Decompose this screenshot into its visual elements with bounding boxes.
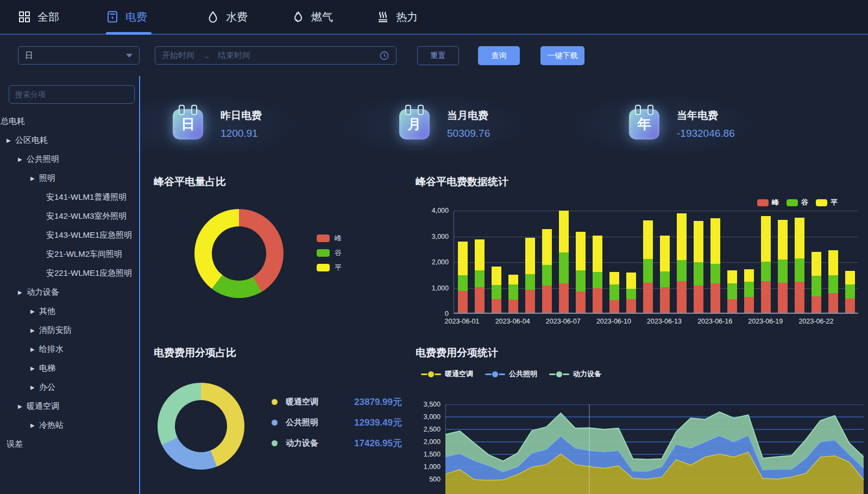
caret-right-icon[interactable]: ▶ (30, 327, 39, 333)
bar-segment-峰[interactable] (812, 296, 821, 313)
bar-segment-平[interactable] (660, 236, 670, 272)
tab-gas[interactable]: 燃气 (292, 0, 333, 34)
bar-segment-谷[interactable] (744, 282, 754, 297)
bar-segment-谷[interactable] (845, 284, 855, 299)
bar-segment-平[interactable] (761, 216, 771, 262)
bar-segment-谷[interactable] (593, 272, 602, 288)
bar-segment-谷[interactable] (710, 264, 720, 284)
bar-segment-平[interactable] (559, 211, 569, 252)
bar-segment-谷[interactable] (694, 262, 703, 285)
caret-right-icon[interactable]: ▶ (30, 422, 39, 428)
bar-segment-谷[interactable] (475, 270, 485, 287)
bar-segment-谷[interactable] (542, 265, 552, 286)
bar-segment-峰[interactable] (593, 288, 602, 313)
bar-segment-谷[interactable] (727, 283, 737, 299)
date-range-input[interactable]: 开始时间 → 结束时间 (155, 46, 397, 65)
tree-item[interactable]: 总电耗 (0, 112, 140, 131)
bar-segment-平[interactable] (458, 242, 468, 275)
bar-segment-峰[interactable] (778, 283, 788, 313)
bar-segment-峰[interactable] (525, 290, 535, 313)
legend-item[interactable]: 暖通空调23879.99元 (272, 395, 402, 408)
bar-segment-平[interactable] (525, 238, 535, 274)
bar-segment-谷[interactable] (795, 258, 804, 282)
bar-segment-平[interactable] (812, 252, 821, 275)
bar-segment-谷[interactable] (492, 285, 501, 300)
bar-segment-平[interactable] (475, 239, 485, 270)
tree-item[interactable]: 误差 (0, 435, 140, 454)
download-button[interactable]: 一键下载 (540, 46, 584, 65)
caret-right-icon[interactable]: ▶ (30, 384, 39, 390)
bar-segment-谷[interactable] (677, 260, 687, 281)
bar-segment-峰[interactable] (845, 299, 855, 313)
caret-right-icon[interactable]: ▶ (30, 308, 39, 314)
legend-item[interactable]: 峰 (757, 198, 779, 207)
bar-segment-谷[interactable] (778, 259, 788, 283)
bar-segment-谷[interactable] (609, 284, 619, 300)
fee-breakdown-area-chart[interactable] (445, 404, 868, 494)
caret-right-icon[interactable]: ▶ (18, 289, 27, 295)
legend-item[interactable]: 平 (816, 198, 838, 207)
legend-item[interactable]: 暖通空调 (421, 369, 473, 379)
bar-segment-峰[interactable] (710, 283, 720, 313)
bar-segment-峰[interactable] (475, 287, 485, 313)
bar-segment-峰[interactable] (643, 283, 653, 313)
legend-item[interactable]: 谷 (787, 198, 808, 207)
caret-right-icon[interactable]: ▶ (30, 175, 39, 181)
caret-right-icon[interactable]: ▶ (7, 137, 15, 143)
caret-right-icon[interactable]: ▶ (30, 346, 39, 352)
tree-item[interactable]: 安143-WLME1应急照明 (0, 226, 140, 245)
bar-segment-平[interactable] (593, 236, 602, 272)
bar-segment-谷[interactable] (761, 262, 771, 281)
tab-all[interactable]: 全部 (18, 0, 59, 34)
bar-segment-谷[interactable] (643, 259, 653, 283)
tab-water[interactable]: 水费 (206, 0, 248, 34)
bar-segment-平[interactable] (626, 273, 636, 289)
bar-segment-峰[interactable] (609, 300, 619, 313)
bar-segment-峰[interactable] (626, 299, 636, 313)
legend-item[interactable]: 平 (317, 263, 342, 273)
bar-segment-峰[interactable] (660, 287, 670, 313)
bar-segment-谷[interactable] (812, 276, 821, 296)
bar-segment-平[interactable] (778, 220, 788, 259)
tab-heat[interactable]: 热力 (376, 0, 418, 34)
bar-segment-平[interactable] (744, 269, 754, 282)
tree-item[interactable]: ▶公共照明 (0, 150, 140, 169)
bar-segment-平[interactable] (508, 275, 518, 285)
fee-breakdown-donut-chart[interactable] (158, 383, 244, 470)
tree-item[interactable]: 安221-WLME1应急照明 (0, 264, 140, 283)
reset-button[interactable]: 重置 (417, 46, 459, 65)
tree-item[interactable]: ▶消防安防 (0, 321, 140, 340)
bar-segment-谷[interactable] (458, 275, 468, 291)
granularity-select[interactable]: 日 (18, 46, 140, 65)
legend-item[interactable]: 公共照明 (485, 369, 537, 379)
bar-segment-峰[interactable] (576, 292, 586, 313)
bar-segment-谷[interactable] (508, 284, 518, 300)
bar-segment-平[interactable] (710, 218, 720, 264)
bar-segment-谷[interactable] (626, 289, 636, 299)
bar-segment-峰[interactable] (542, 286, 552, 313)
bar-segment-平[interactable] (677, 213, 687, 260)
bar-segment-谷[interactable] (559, 252, 569, 283)
bar-segment-谷[interactable] (525, 274, 535, 290)
bar-segment-平[interactable] (727, 270, 737, 284)
peak-valley-bar-chart[interactable] (454, 211, 858, 314)
tree-item[interactable]: 安142-WLM3室外照明 (0, 207, 140, 226)
tree-item[interactable]: ▶动力设备 (0, 283, 140, 302)
bar-segment-峰[interactable] (744, 297, 754, 313)
bar-segment-平[interactable] (795, 218, 804, 258)
tree-item[interactable]: ▶公区电耗 (0, 131, 140, 150)
bar-segment-峰[interactable] (694, 286, 703, 313)
bar-segment-峰[interactable] (761, 281, 771, 313)
bar-segment-峰[interactable] (795, 282, 804, 313)
bar-segment-谷[interactable] (660, 271, 670, 287)
query-button[interactable]: 查询 (478, 46, 520, 65)
bar-segment-平[interactable] (845, 271, 855, 284)
bar-segment-平[interactable] (828, 250, 838, 275)
legend-item[interactable]: 动力设备 (549, 369, 601, 379)
bar-segment-平[interactable] (542, 229, 552, 265)
tree-item[interactable]: 安21-WLM2车间照明 (0, 245, 140, 264)
tab-electricity[interactable]: 电费 (106, 0, 147, 34)
bar-segment-平[interactable] (492, 267, 501, 285)
tree-item[interactable]: ▶给排水 (0, 340, 140, 359)
legend-item[interactable]: 峰 (317, 233, 342, 243)
